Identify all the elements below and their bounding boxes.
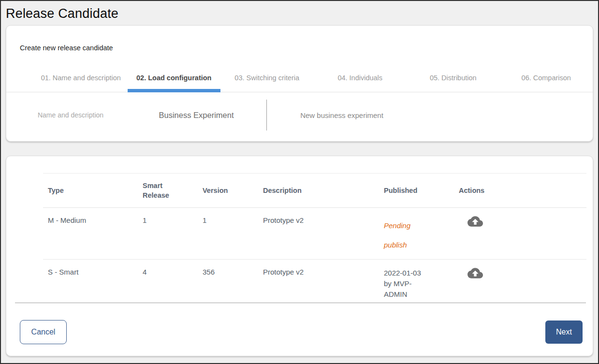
subtab-row: Name and description Business Experiment…	[6, 92, 593, 138]
next-button[interactable]: Next	[545, 320, 583, 344]
table-row[interactable]: M - Medium 1 1 Prototype v2 Pending publ…	[43, 208, 586, 260]
cloud-upload-icon	[468, 222, 483, 229]
cancel-button[interactable]: Cancel	[20, 320, 67, 344]
publish-button[interactable]	[468, 215, 483, 228]
tab-distribution[interactable]: 05. Distribution	[407, 64, 500, 92]
cell-version: 356	[198, 260, 258, 303]
column-header-version: Version	[198, 174, 258, 208]
column-header-published: Published	[379, 174, 454, 208]
subtab-business-experiment[interactable]: Business Experiment	[126, 92, 266, 138]
published-date-label: 2022-01-03 by MVP-ADMIN	[384, 268, 428, 300]
cell-smart-release: 1	[138, 208, 198, 260]
cell-published: 2022-01-03 by MVP-ADMIN	[379, 260, 454, 303]
pending-publish-label: Pending publish	[384, 216, 428, 255]
configuration-table-card: Type Smart Release Version Description P…	[6, 156, 593, 356]
footer-actions: Cancel Next	[6, 303, 593, 357]
cell-smart-release: 4	[138, 260, 198, 303]
tab-switching-criteria[interactable]: 03. Switching criteria	[220, 64, 314, 92]
subtab-new-business-experiment[interactable]: New business experiment	[267, 92, 417, 138]
cell-description: Prototype v2	[258, 208, 379, 260]
cell-actions	[454, 260, 586, 303]
table-row[interactable]: S - Smart 4 356 Prototype v2 2022-01-03 …	[43, 260, 586, 303]
subtab-name-and-description[interactable]: Name and description	[15, 92, 126, 138]
tab-load-configuration[interactable]: 02. Load configuration	[128, 64, 221, 92]
cell-actions	[454, 208, 586, 260]
wizard-heading: Create new release candidate	[6, 26, 593, 52]
column-header-actions: Actions	[454, 174, 586, 208]
cell-type: M - Medium	[43, 208, 138, 260]
cloud-upload-icon	[468, 274, 483, 281]
wizard-card: Create new release candidate 01. Name an…	[6, 25, 593, 142]
tab-individuals[interactable]: 04. Individuals	[314, 64, 407, 92]
cell-published: Pending publish	[379, 208, 454, 260]
release-configuration-table: Type Smart Release Version Description P…	[43, 173, 586, 303]
column-header-description: Description	[258, 174, 379, 208]
column-header-smart-release: Smart Release	[138, 174, 198, 208]
cell-version: 1	[198, 208, 258, 260]
table-header-row: Type Smart Release Version Description P…	[43, 174, 586, 208]
tab-comparison[interactable]: 06. Comparison	[500, 64, 593, 92]
column-header-type: Type	[43, 174, 138, 208]
release-candidate-screen: Release Candidate Create new release can…	[0, 0, 599, 364]
publish-button[interactable]	[468, 267, 483, 279]
page-title: Release Candidate	[6, 6, 118, 21]
cell-type: S - Smart	[43, 260, 138, 303]
tab-name-and-description[interactable]: 01. Name and description	[34, 64, 128, 92]
wizard-tab-strip: 01. Name and description 02. Load config…	[6, 64, 593, 92]
cell-description: Prototype v2	[258, 260, 379, 303]
